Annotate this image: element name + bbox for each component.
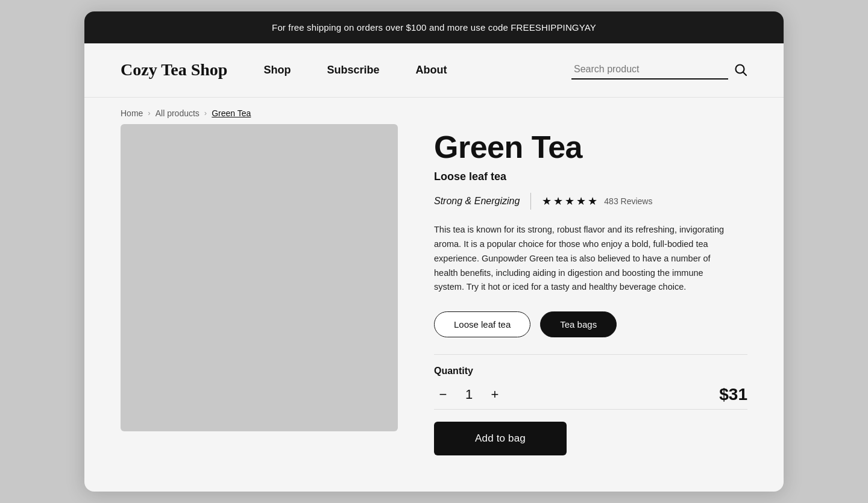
quantity-increase-button[interactable]: + bbox=[486, 386, 504, 404]
star-5: ★ bbox=[588, 195, 597, 208]
search-input[interactable] bbox=[571, 60, 728, 80]
quantity-divider bbox=[434, 409, 747, 410]
product-subtitle: Loose leaf tea bbox=[434, 170, 747, 183]
breadcrumb-all-products[interactable]: All products bbox=[156, 108, 200, 118]
type-btn-tea-bags[interactable]: Tea bags bbox=[540, 311, 617, 337]
breadcrumb-sep-1: › bbox=[148, 108, 150, 117]
review-count: 483 Reviews bbox=[604, 196, 652, 206]
star-2: ★ bbox=[553, 195, 563, 208]
search-button[interactable] bbox=[734, 63, 747, 77]
announcement-bar: For free shipping on orders over $100 an… bbox=[84, 11, 784, 43]
quantity-label: Quantity bbox=[434, 366, 747, 376]
nav-item-about[interactable]: About bbox=[415, 64, 447, 77]
type-selector: Loose leaf tea Tea bags bbox=[434, 311, 747, 337]
product-flavor: Strong & Energizing bbox=[434, 196, 520, 207]
svg-line-1 bbox=[743, 72, 746, 75]
quantity-value: 1 bbox=[463, 387, 475, 402]
type-btn-loose-leaf[interactable]: Loose leaf tea bbox=[434, 311, 530, 337]
quantity-decrease-button[interactable]: − bbox=[434, 386, 452, 404]
quantity-row: − 1 + $31 bbox=[434, 385, 747, 404]
product-details: Green Tea Loose leaf tea Strong & Energi… bbox=[434, 124, 747, 456]
quantity-controls: − 1 + bbox=[434, 386, 504, 404]
nav-item-subscribe[interactable]: Subscribe bbox=[327, 64, 379, 77]
breadcrumb: Home › All products › Green Tea bbox=[84, 98, 784, 124]
logo: Cozy Tea Shop bbox=[121, 60, 227, 80]
search-icon bbox=[734, 63, 747, 77]
search-area bbox=[571, 60, 747, 80]
product-title: Green Tea bbox=[434, 130, 747, 164]
meta-divider bbox=[530, 193, 531, 210]
breadcrumb-current[interactable]: Green Tea bbox=[212, 108, 251, 118]
breadcrumb-home[interactable]: Home bbox=[121, 108, 143, 118]
section-divider-1 bbox=[434, 354, 747, 355]
main-content: Green Tea Loose leaf tea Strong & Energi… bbox=[84, 124, 784, 492]
star-3: ★ bbox=[565, 195, 574, 208]
breadcrumb-sep-2: › bbox=[204, 108, 207, 117]
star-1: ★ bbox=[542, 195, 552, 208]
header: Cozy Tea Shop Shop Subscribe About bbox=[84, 43, 784, 98]
stars: ★ ★ ★ ★ ★ 483 Reviews bbox=[542, 195, 652, 208]
nav-item-shop[interactable]: Shop bbox=[263, 64, 291, 77]
add-to-bag-button[interactable]: Add to bag bbox=[434, 422, 567, 455]
main-nav: Shop Subscribe About bbox=[263, 64, 571, 77]
page-wrapper: For free shipping on orders over $100 an… bbox=[84, 11, 784, 492]
product-price: $31 bbox=[719, 385, 747, 404]
star-4: ★ bbox=[576, 195, 586, 208]
product-image bbox=[121, 124, 398, 431]
announcement-text: For free shipping on orders over $100 an… bbox=[272, 22, 596, 33]
product-description: This tea is known for its strong, robust… bbox=[434, 223, 735, 295]
product-meta: Strong & Energizing ★ ★ ★ ★ ★ 483 Review… bbox=[434, 193, 747, 210]
